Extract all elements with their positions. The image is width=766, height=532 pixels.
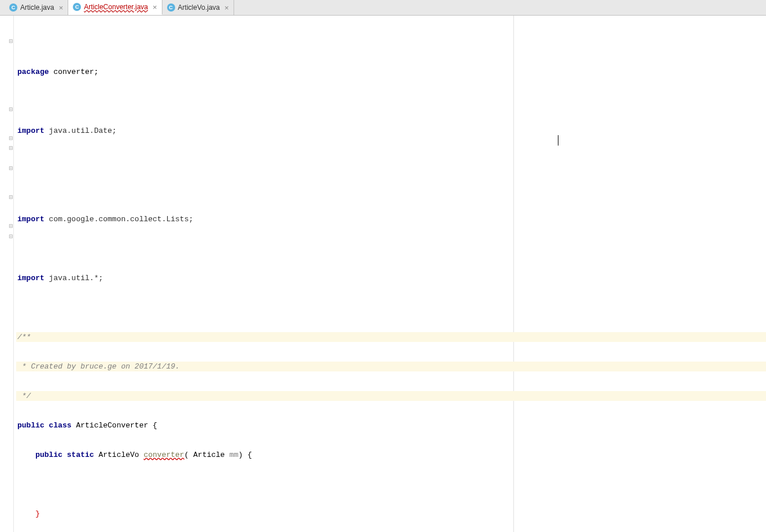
code-line: public class ArticleConverter { bbox=[16, 421, 766, 430]
code-area[interactable]: package converter; import java.util.Date… bbox=[14, 16, 766, 532]
tab-articleconverter[interactable]: C ArticleConverter.java × bbox=[68, 0, 162, 15]
code-line: import java.util.Date; bbox=[16, 126, 766, 136]
code-line bbox=[16, 244, 766, 254]
fold-icon[interactable]: ⊟ bbox=[9, 234, 13, 239]
code-line bbox=[16, 96, 766, 106]
code-line bbox=[16, 303, 766, 312]
fold-icon[interactable]: ⊟ bbox=[9, 136, 13, 140]
code-line bbox=[16, 479, 766, 489]
fold-icon[interactable]: ⊟ bbox=[9, 195, 13, 199]
code-line: import com.google.common.collect.Lists; bbox=[16, 214, 766, 224]
fold-icon[interactable]: ⊟ bbox=[9, 224, 13, 228]
class-icon: C bbox=[167, 3, 175, 12]
gutter[interactable]: ⊟ ⊟ ⊟ ⊟ ⊟ ⊟ ⊟ ⊟ bbox=[0, 16, 14, 532]
fold-icon[interactable]: ⊟ bbox=[9, 166, 13, 170]
fold-icon[interactable]: ⊟ bbox=[9, 146, 13, 150]
class-icon: C bbox=[9, 3, 17, 12]
code-line bbox=[16, 185, 766, 195]
tab-label: ArticleConverter.java bbox=[84, 3, 148, 11]
tab-bar: C Article.java × C ArticleConverter.java… bbox=[0, 0, 766, 16]
editor: ⊟ ⊟ ⊟ ⊟ ⊟ ⊟ ⊟ ⊟ package converter; impor… bbox=[0, 16, 766, 532]
code-line: import java.util.*; bbox=[16, 273, 766, 283]
fold-icon[interactable]: ⊟ bbox=[9, 107, 13, 111]
close-icon[interactable]: × bbox=[153, 3, 157, 12]
close-icon[interactable]: × bbox=[224, 3, 229, 12]
code-line: public static ArticleVo converter( Artic… bbox=[16, 450, 766, 460]
class-icon: C bbox=[73, 3, 81, 11]
fold-icon[interactable]: ⊟ bbox=[9, 39, 13, 43]
tab-article[interactable]: C Article.java × bbox=[5, 0, 68, 15]
code-line: /** bbox=[16, 332, 766, 342]
close-icon[interactable]: × bbox=[59, 3, 64, 12]
tab-articlevo[interactable]: C ArticleVo.java × bbox=[162, 0, 234, 15]
code-line: */ bbox=[16, 391, 766, 401]
tab-label: Article.java bbox=[20, 3, 54, 12]
tab-label: ArticleVo.java bbox=[178, 3, 220, 12]
code-line: } bbox=[16, 509, 766, 519]
code-line bbox=[16, 155, 766, 165]
text-cursor bbox=[558, 135, 558, 146]
code-line: * Created by bruce.ge on 2017/1/19. bbox=[16, 362, 766, 371]
code-line: package converter; bbox=[16, 67, 766, 77]
